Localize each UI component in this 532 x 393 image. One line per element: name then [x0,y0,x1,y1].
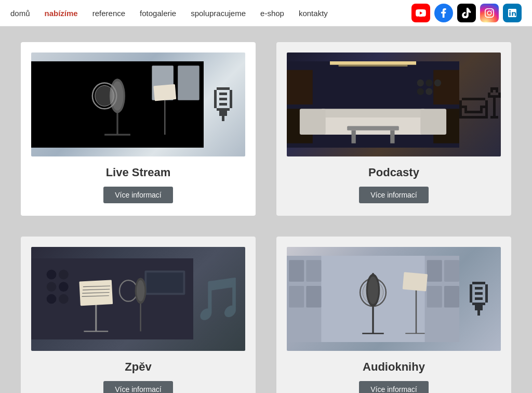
svg-rect-30 [390,130,394,143]
more-info-button-livestream[interactable]: Více informací [103,187,172,203]
nav-spolupracujeme[interactable]: spolupracujeme [191,9,246,18]
nav-domu[interactable]: domů [10,9,30,18]
svg-point-32 [47,270,57,280]
svg-point-21 [434,80,441,86]
nav-fotogalerie[interactable]: fotogalerie [140,9,176,18]
svg-rect-17 [433,70,459,104]
nav-eshop[interactable]: e-shop [260,9,284,18]
card-image-livestream [31,53,245,156]
svg-rect-70 [403,272,428,291]
svg-rect-55 [306,260,321,282]
svg-point-9 [95,85,114,106]
card-livestream: Live Stream Více informací [21,42,256,216]
svg-rect-3 [178,66,200,100]
svg-rect-56 [289,286,304,308]
svg-point-23 [425,88,432,95]
svg-rect-61 [444,286,459,308]
svg-point-34 [47,282,57,292]
svg-point-20 [425,80,432,86]
card-audioknihy: Audioknihy Více informací [276,237,511,393]
svg-rect-28 [347,126,399,130]
more-info-button-zpev[interactable]: Více informací [103,381,172,393]
more-info-button-podcasty[interactable]: Více informací [359,187,428,203]
card-title-podcasty: Podcasty [368,166,419,179]
linkedin-icon[interactable] [503,4,522,22]
svg-rect-25 [321,109,424,117]
nav-reference[interactable]: reference [92,9,125,18]
card-title-audioknihy: Audioknihy [363,360,425,374]
facebook-icon[interactable] [434,4,453,22]
card-title-livestream: Live Stream [106,166,171,179]
cards-row-1: Live Stream Více informací [21,42,511,216]
svg-rect-13 [330,61,416,65]
svg-rect-60 [427,286,442,308]
svg-rect-15 [287,70,313,104]
svg-point-50 [137,280,145,302]
more-info-button-audioknihy[interactable]: Více informací [359,381,428,393]
card-podcasty: Podcasty Více informací [276,42,511,216]
svg-rect-11 [153,84,176,101]
svg-point-19 [417,80,424,86]
cards-row-2: Zpěv Více informací [21,237,511,393]
svg-rect-58 [427,260,442,282]
card-image-zpev [31,247,245,351]
svg-rect-39 [147,272,183,293]
svg-rect-57 [306,286,321,308]
nav-nabizime[interactable]: nabízíme [45,9,78,18]
svg-rect-59 [444,260,459,282]
card-title-zpev: Zpěv [125,360,151,374]
svg-point-22 [417,88,424,95]
card-image-podcasty [287,53,501,156]
site-header: domů nabízíme reference fotogalerie spol… [0,0,532,27]
svg-rect-29 [352,130,356,143]
svg-point-37 [59,294,69,304]
svg-point-35 [59,282,69,292]
youtube-icon[interactable] [411,4,430,22]
svg-rect-54 [289,260,304,282]
svg-point-67 [368,277,378,304]
svg-point-33 [59,270,69,280]
svg-rect-14 [339,65,408,67]
main-content: Live Stream Více informací [0,27,532,393]
card-image-audioknihy [287,247,501,351]
card-zpev: Zpěv Více informací [21,237,256,393]
social-icons-group [411,4,522,22]
svg-rect-26 [300,109,326,135]
svg-rect-27 [420,109,446,135]
instagram-icon[interactable] [480,4,499,22]
tiktok-icon[interactable] [457,4,476,22]
nav-kontakty[interactable]: kontakty [299,9,328,18]
main-nav: domů nabízíme reference fotogalerie spol… [10,9,411,18]
svg-point-36 [47,294,57,304]
